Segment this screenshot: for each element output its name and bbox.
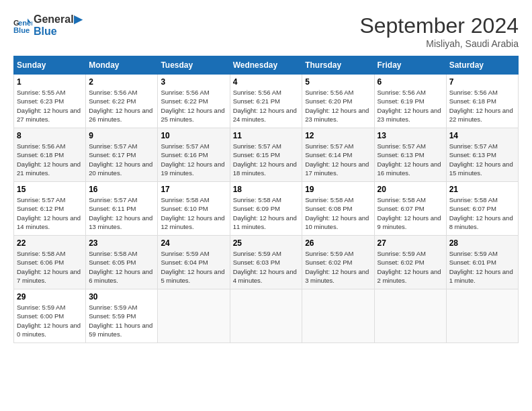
day-number: 15 (17, 185, 83, 194)
day-info: Sunrise: 5:58 AMSunset: 6:09 PMDaylight:… (233, 195, 300, 231)
col-monday: Monday (86, 56, 158, 75)
day-number: 19 (305, 185, 371, 194)
day-number: 21 (449, 185, 515, 194)
day-info: Sunrise: 5:57 AMSunset: 6:16 PMDaylight:… (161, 142, 226, 177)
day-info: Sunrise: 5:56 AMSunset: 6:22 PMDaylight:… (161, 88, 226, 124)
day-number: 26 (305, 238, 371, 248)
day-number: 7 (449, 77, 515, 87)
calendar-week-1: 1 Sunrise: 5:55 AMSunset: 6:23 PMDayligh… (14, 75, 519, 128)
logo-icon: G eneral Blue (13, 16, 32, 35)
page-header: G eneral Blue General▶ Blue September 20… (13, 13, 519, 49)
calendar-week-3: 15 Sunrise: 5:57 AMSunset: 6:12 PMDaylig… (14, 182, 519, 236)
day-info: Sunrise: 5:59 AMSunset: 6:00 PMDaylight:… (17, 303, 83, 338)
calendar-cell: 18 Sunrise: 5:58 AMSunset: 6:09 PMDaylig… (230, 182, 302, 236)
day-info: Sunrise: 5:56 AMSunset: 6:20 PMDaylight:… (305, 88, 371, 124)
day-number: 27 (378, 238, 443, 248)
day-number: 6 (378, 77, 443, 87)
day-number: 14 (449, 131, 515, 140)
col-wednesday: Wednesday (230, 56, 302, 75)
day-info: Sunrise: 5:59 AMSunset: 6:01 PMDaylight:… (449, 249, 515, 285)
day-number: 17 (161, 185, 226, 194)
day-number: 4 (233, 77, 300, 87)
calendar-cell (446, 289, 518, 343)
day-number: 30 (89, 292, 154, 302)
calendar-cell (230, 289, 302, 343)
col-thursday: Thursday (302, 56, 374, 75)
day-info: Sunrise: 5:57 AMSunset: 6:13 PMDaylight:… (449, 142, 515, 177)
day-number: 10 (161, 131, 226, 140)
calendar-cell: 6 Sunrise: 5:56 AMSunset: 6:19 PMDayligh… (374, 75, 446, 128)
calendar-cell: 30 Sunrise: 5:59 AMSunset: 5:59 PMDaylig… (86, 289, 158, 343)
calendar-table: Sunday Monday Tuesday Wednesday Thursday… (13, 56, 519, 343)
calendar-cell: 19 Sunrise: 5:58 AMSunset: 6:08 PMDaylig… (302, 182, 374, 236)
col-friday: Friday (374, 56, 446, 75)
calendar-cell: 15 Sunrise: 5:57 AMSunset: 6:12 PMDaylig… (14, 182, 86, 236)
calendar-cell: 5 Sunrise: 5:56 AMSunset: 6:20 PMDayligh… (302, 75, 374, 128)
logo: G eneral Blue General▶ Blue (13, 13, 82, 37)
calendar-cell: 26 Sunrise: 5:59 AMSunset: 6:02 PMDaylig… (302, 236, 374, 289)
calendar-cell: 7 Sunrise: 5:56 AMSunset: 6:18 PMDayligh… (446, 75, 518, 128)
day-info: Sunrise: 5:57 AMSunset: 6:13 PMDaylight:… (378, 142, 443, 177)
day-info: Sunrise: 5:58 AMSunset: 6:10 PMDaylight:… (161, 195, 226, 231)
calendar-cell: 14 Sunrise: 5:57 AMSunset: 6:13 PMDaylig… (446, 128, 518, 182)
day-number: 5 (305, 77, 371, 87)
calendar-cell: 9 Sunrise: 5:57 AMSunset: 6:17 PMDayligh… (86, 128, 158, 182)
calendar-cell: 10 Sunrise: 5:57 AMSunset: 6:16 PMDaylig… (158, 128, 230, 182)
day-info: Sunrise: 5:58 AMSunset: 6:08 PMDaylight:… (305, 195, 371, 231)
day-info: Sunrise: 5:59 AMSunset: 6:03 PMDaylight:… (233, 249, 300, 285)
calendar-cell: 25 Sunrise: 5:59 AMSunset: 6:03 PMDaylig… (230, 236, 302, 289)
day-info: Sunrise: 5:57 AMSunset: 6:17 PMDaylight:… (89, 142, 154, 177)
calendar-cell: 16 Sunrise: 5:57 AMSunset: 6:11 PMDaylig… (86, 182, 158, 236)
calendar-cell: 21 Sunrise: 5:58 AMSunset: 6:07 PMDaylig… (446, 182, 518, 236)
day-number: 12 (305, 131, 371, 140)
header-row: Sunday Monday Tuesday Wednesday Thursday… (14, 56, 519, 75)
calendar-cell: 28 Sunrise: 5:59 AMSunset: 6:01 PMDaylig… (446, 236, 518, 289)
calendar-cell: 13 Sunrise: 5:57 AMSunset: 6:13 PMDaylig… (374, 128, 446, 182)
day-number: 11 (233, 131, 300, 140)
title-block: September 2024 Misliyah, Saudi Arabia (359, 13, 519, 49)
calendar-cell: 11 Sunrise: 5:57 AMSunset: 6:15 PMDaylig… (230, 128, 302, 182)
day-number: 2 (89, 77, 154, 87)
calendar-cell: 2 Sunrise: 5:56 AMSunset: 6:22 PMDayligh… (86, 75, 158, 128)
day-number: 13 (378, 131, 443, 140)
day-info: Sunrise: 5:57 AMSunset: 6:14 PMDaylight:… (305, 142, 371, 177)
calendar-week-2: 8 Sunrise: 5:56 AMSunset: 6:18 PMDayligh… (14, 128, 519, 182)
day-info: Sunrise: 5:59 AMSunset: 6:02 PMDaylight:… (378, 249, 443, 285)
location: Misliyah, Saudi Arabia (359, 38, 519, 49)
calendar-cell: 1 Sunrise: 5:55 AMSunset: 6:23 PMDayligh… (14, 75, 86, 128)
day-info: Sunrise: 5:58 AMSunset: 6:05 PMDaylight:… (89, 249, 154, 285)
day-number: 25 (233, 238, 300, 248)
day-info: Sunrise: 5:55 AMSunset: 6:23 PMDaylight:… (17, 88, 83, 124)
day-number: 3 (161, 77, 226, 87)
calendar-cell: 23 Sunrise: 5:58 AMSunset: 6:05 PMDaylig… (86, 236, 158, 289)
day-info: Sunrise: 5:59 AMSunset: 5:59 PMDaylight:… (89, 303, 154, 338)
day-info: Sunrise: 5:57 AMSunset: 6:12 PMDaylight:… (17, 195, 83, 231)
calendar-cell: 20 Sunrise: 5:58 AMSunset: 6:07 PMDaylig… (374, 182, 446, 236)
day-info: Sunrise: 5:56 AMSunset: 6:18 PMDaylight:… (17, 142, 83, 177)
day-info: Sunrise: 5:57 AMSunset: 6:11 PMDaylight:… (89, 195, 154, 231)
calendar-cell: 12 Sunrise: 5:57 AMSunset: 6:14 PMDaylig… (302, 128, 374, 182)
calendar-cell: 29 Sunrise: 5:59 AMSunset: 6:00 PMDaylig… (14, 289, 86, 343)
calendar-cell: 22 Sunrise: 5:58 AMSunset: 6:06 PMDaylig… (14, 236, 86, 289)
day-number: 8 (17, 131, 83, 140)
day-number: 20 (378, 185, 443, 194)
day-info: Sunrise: 5:59 AMSunset: 6:02 PMDaylight:… (305, 249, 371, 285)
day-info: Sunrise: 5:59 AMSunset: 6:04 PMDaylight:… (161, 249, 226, 285)
day-number: 18 (233, 185, 300, 194)
col-tuesday: Tuesday (158, 56, 230, 75)
day-info: Sunrise: 5:58 AMSunset: 6:07 PMDaylight:… (449, 195, 515, 231)
day-number: 1 (17, 77, 83, 87)
calendar-cell (302, 289, 374, 343)
day-number: 16 (89, 185, 154, 194)
day-info: Sunrise: 5:56 AMSunset: 6:22 PMDaylight:… (89, 88, 154, 124)
calendar-cell: 27 Sunrise: 5:59 AMSunset: 6:02 PMDaylig… (374, 236, 446, 289)
month-year: September 2024 (359, 13, 519, 38)
calendar-cell (374, 289, 446, 343)
col-sunday: Sunday (14, 56, 86, 75)
calendar-week-5: 29 Sunrise: 5:59 AMSunset: 6:00 PMDaylig… (14, 289, 519, 343)
calendar-cell: 4 Sunrise: 5:56 AMSunset: 6:21 PMDayligh… (230, 75, 302, 128)
day-info: Sunrise: 5:57 AMSunset: 6:15 PMDaylight:… (233, 142, 300, 177)
day-info: Sunrise: 5:58 AMSunset: 6:07 PMDaylight:… (378, 195, 443, 231)
day-number: 9 (89, 131, 154, 140)
day-number: 24 (161, 238, 226, 248)
